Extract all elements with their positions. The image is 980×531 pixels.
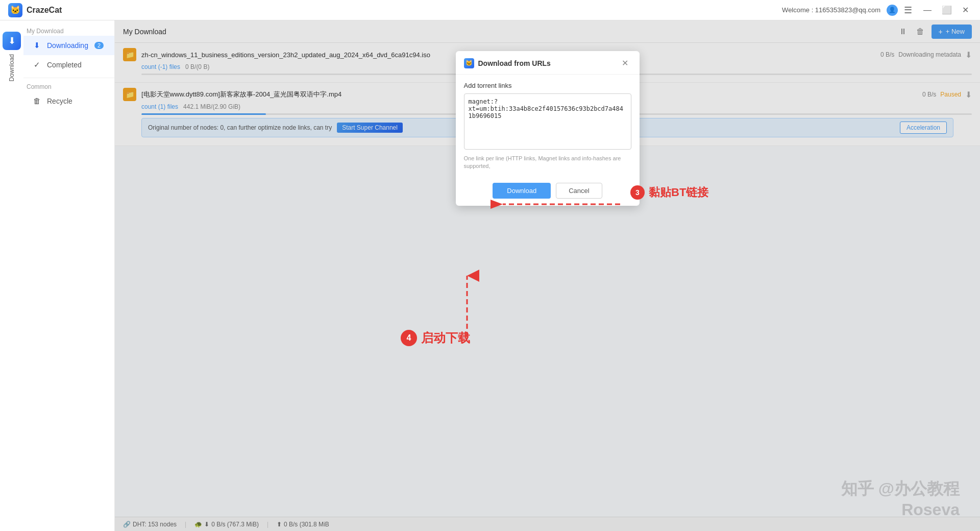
content-area: My Download ⏸ 🗑 + + New 📁 zh-cn_windows_… bbox=[115, 20, 980, 531]
completed-icon: ✓ bbox=[32, 60, 42, 69]
app-name: CrazeCat bbox=[27, 6, 62, 15]
torrent-url-input[interactable]: magnet:?xt=um:btih:33a4b8ce2f40157636c93… bbox=[464, 93, 631, 150]
dialog-body: Add torrent links magnet:?xt=um:btih:33a… bbox=[456, 75, 640, 178]
download-dialog: 🐱 Download from URLs ✕ Add torrent links… bbox=[456, 51, 640, 206]
minimize-button[interactable]: — bbox=[920, 5, 935, 16]
recycle-label: Recycle bbox=[47, 97, 72, 105]
app-icon: 🐱 bbox=[8, 3, 22, 17]
recycle-icon: 🗑 bbox=[32, 96, 42, 105]
app-logo: 🐱 CrazeCat bbox=[8, 3, 62, 17]
downloading-badge: 2 bbox=[94, 42, 104, 49]
user-avatar[interactable]: 👤 bbox=[887, 5, 898, 16]
completed-label: Completed bbox=[47, 61, 82, 69]
sidebar-item-completed[interactable]: ✓ Completed bbox=[23, 55, 114, 75]
dialog-icon: 🐱 bbox=[464, 58, 474, 68]
user-info: Welcome : 1165353823@qq.com 👤 ☰ bbox=[782, 5, 912, 16]
user-welcome: Welcome : 1165353823@qq.com bbox=[782, 6, 880, 14]
sidebar-download-group: ⬇ Download My Download ⬇ Downloading 2 ✓… bbox=[0, 25, 114, 110]
dialog-title: Download from URLs bbox=[478, 59, 615, 67]
sidebar-item-downloading[interactable]: ⬇ Downloading 2 bbox=[23, 36, 114, 55]
sidebar-items: My Download ⬇ Downloading 2 ✓ Completed … bbox=[23, 25, 114, 110]
dialog-download-button[interactable]: Download bbox=[493, 183, 551, 199]
downloading-icon: ⬇ bbox=[32, 41, 42, 50]
download-main-icon[interactable]: ⬇ bbox=[3, 32, 21, 50]
main-layout: ⬇ Download My Download ⬇ Downloading 2 ✓… bbox=[0, 20, 980, 531]
dialog-field-label: Add torrent links bbox=[464, 82, 631, 89]
menu-icon[interactable]: ☰ bbox=[904, 5, 912, 16]
titlebar: 🐱 CrazeCat Welcome : 1165353823@qq.com 👤… bbox=[0, 0, 980, 20]
window-controls: — ⬜ ✕ bbox=[920, 4, 972, 16]
sidebar: ⬇ Download My Download ⬇ Downloading 2 ✓… bbox=[0, 20, 115, 531]
close-button[interactable]: ✕ bbox=[959, 4, 972, 16]
sidebar-download-label: Download bbox=[8, 54, 15, 81]
dialog-header: 🐱 Download from URLs ✕ bbox=[456, 51, 640, 75]
dialog-cancel-button[interactable]: Cancel bbox=[556, 183, 602, 199]
downloading-label: Downloading bbox=[47, 41, 88, 50]
my-download-label: My Download bbox=[23, 25, 114, 36]
dialog-footer: Download Cancel bbox=[456, 178, 640, 206]
maximize-button[interactable]: ⬜ bbox=[939, 4, 955, 16]
common-label: Common bbox=[23, 81, 114, 91]
dialog-overlay: 🐱 Download from URLs ✕ Add torrent links… bbox=[115, 20, 980, 531]
dialog-hint: One link per line (HTTP links, Magnet li… bbox=[464, 155, 631, 171]
dialog-close-button[interactable]: ✕ bbox=[619, 57, 631, 69]
sidebar-divider-1 bbox=[23, 78, 114, 78]
sidebar-vertical-download: ⬇ Download bbox=[0, 25, 23, 110]
sidebar-item-recycle[interactable]: 🗑 Recycle bbox=[23, 91, 114, 110]
